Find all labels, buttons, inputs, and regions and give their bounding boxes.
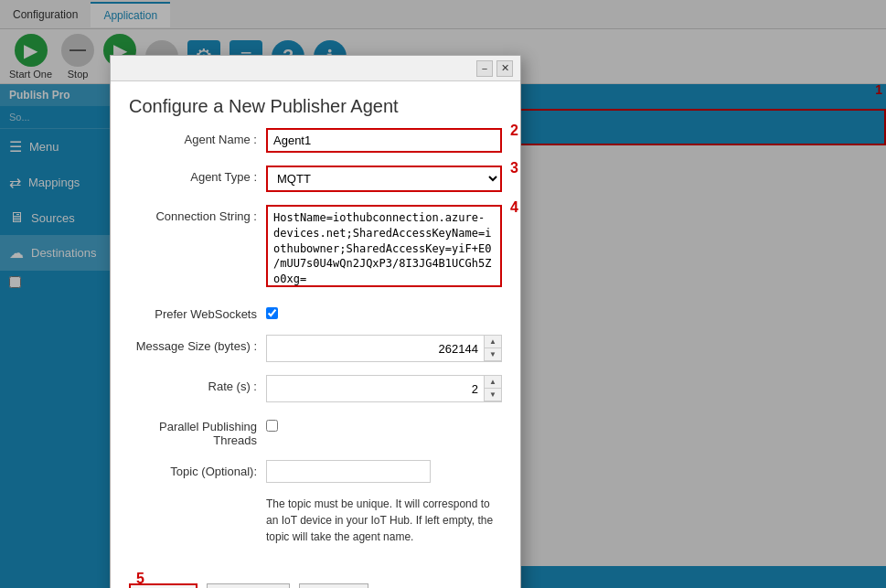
configure-agent-modal: − ✕ Configure a New Publisher Agent Agen… — [110, 55, 521, 588]
agent-type-select[interactable]: MQTT HTTP AMQP — [266, 166, 502, 192]
prefer-websockets-control — [266, 307, 502, 322]
modal-controls: − ✕ — [476, 60, 513, 77]
rate-spinner: ▲ ▼ — [266, 375, 502, 402]
modal-body: Agent Name : 2 Agent Type : MQTT HTTP AM… — [111, 128, 520, 574]
rate-row: Rate (s) : ▲ ▼ — [129, 375, 502, 402]
badge-5: 5 — [136, 571, 144, 587]
connection-string-label: Connection String : — [129, 205, 257, 223]
modal-titlebar: − ✕ — [111, 56, 520, 81]
message-size-up-button[interactable]: ▲ — [485, 336, 501, 348]
topic-control — [266, 460, 502, 483]
connection-string-textarea[interactable]: HostName=iothubconnection.azure-devices.… — [266, 205, 502, 287]
message-size-down-button[interactable]: ▼ — [485, 348, 501, 361]
prefer-websockets-row: Prefer WebSockets — [129, 303, 502, 322]
cancel-button[interactable]: Cancel — [207, 583, 289, 588]
message-size-control: ▲ ▼ — [266, 335, 502, 362]
message-size-label: Message Size (bytes) : — [129, 335, 257, 353]
agent-type-row: Agent Type : MQTT HTTP AMQP 3 — [129, 166, 502, 192]
message-size-spinner: ▲ ▼ — [266, 335, 502, 362]
prefer-websockets-label: Prefer WebSockets — [129, 303, 257, 321]
connection-string-control: HostName=iothubconnection.azure-devices.… — [266, 205, 502, 290]
modal-close-button[interactable]: ✕ — [496, 60, 513, 77]
message-size-spinner-buttons: ▲ ▼ — [484, 336, 501, 361]
modal-overlay: − ✕ Configure a New Publisher Agent Agen… — [0, 0, 886, 588]
topic-input[interactable] — [266, 460, 431, 483]
rate-label: Rate (s) : — [129, 375, 257, 393]
topic-label: Topic (Optional): — [129, 460, 257, 478]
rate-input[interactable] — [267, 376, 484, 401]
form-note: The topic must be unique. It will corres… — [266, 496, 502, 545]
agent-name-row: Agent Name : 2 — [129, 128, 502, 153]
agent-name-label: Agent Name : — [129, 128, 257, 146]
agent-type-control: MQTT HTTP AMQP 3 — [266, 166, 502, 192]
modal-help-button[interactable]: Help — [299, 583, 369, 588]
message-size-row: Message Size (bytes) : ▲ ▼ — [129, 335, 502, 362]
agent-type-label: Agent Type : — [129, 166, 257, 184]
parallel-checkbox[interactable] — [266, 420, 278, 432]
rate-down-button[interactable]: ▼ — [485, 389, 501, 401]
modal-heading: Configure a New Publisher Agent — [111, 81, 520, 128]
rate-spinner-buttons: ▲ ▼ — [484, 376, 501, 401]
modal-footer: 5 Add Cancel Help — [111, 574, 520, 588]
topic-row: Topic (Optional): — [129, 460, 502, 483]
rate-up-button[interactable]: ▲ — [485, 376, 501, 389]
parallel-label: Parallel Publishing Threads — [129, 415, 257, 447]
agent-name-control: 2 — [266, 128, 502, 153]
message-size-input[interactable] — [267, 336, 484, 361]
rate-control: ▲ ▼ — [266, 375, 502, 402]
modal-minimize-button[interactable]: − — [476, 60, 493, 77]
badge-4: 4 — [510, 199, 518, 216]
badge-2: 2 — [510, 123, 518, 139]
parallel-control — [266, 420, 502, 434]
connection-string-row: Connection String : HostName=iothubconne… — [129, 205, 502, 290]
prefer-websockets-checkbox[interactable] — [266, 307, 278, 319]
badge-3: 3 — [510, 160, 518, 176]
agent-name-input[interactable] — [266, 128, 502, 153]
parallel-row: Parallel Publishing Threads — [129, 415, 502, 447]
